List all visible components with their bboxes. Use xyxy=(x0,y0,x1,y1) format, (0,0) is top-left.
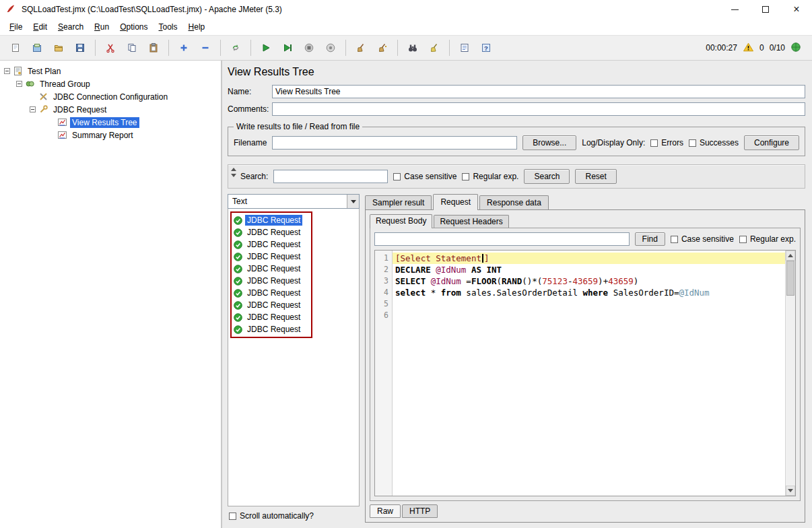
collapse-toggle-icon[interactable] xyxy=(30,106,36,112)
collapse-toggle-icon[interactable] xyxy=(16,81,22,87)
code-line[interactable] xyxy=(393,298,785,310)
tree-item-view-results-tree[interactable]: View Results Tree xyxy=(0,116,221,129)
tree-item-thread-group[interactable]: Thread Group xyxy=(0,77,221,90)
reset-button[interactable]: Reset xyxy=(575,169,616,184)
result-item[interactable]: JDBC Request xyxy=(234,238,309,251)
result-item[interactable]: JDBC Request xyxy=(234,299,309,311)
tab-response-data[interactable]: Response data xyxy=(479,195,549,209)
filename-input[interactable] xyxy=(272,136,517,150)
configure-button[interactable]: Configure xyxy=(744,135,799,150)
code-line[interactable]: DECLARE @IdNum AS INT xyxy=(393,264,785,275)
templates-button[interactable] xyxy=(27,38,47,58)
find-input[interactable] xyxy=(374,232,630,246)
toggle-button[interactable] xyxy=(226,38,246,58)
search-regular-exp-checkbox[interactable]: Regular exp. xyxy=(462,172,518,181)
tree-item-jdbc-connection-configuration[interactable]: JDBC Connection Configuration xyxy=(0,90,221,103)
tab-sampler-result[interactable]: Sampler result xyxy=(365,195,432,209)
open-button[interactable] xyxy=(48,38,69,58)
result-item[interactable]: JDBC Request xyxy=(234,226,309,238)
result-item[interactable]: JDBC Request xyxy=(234,251,309,263)
result-item[interactable]: JDBC Request xyxy=(234,311,309,323)
tab-raw[interactable]: Raw xyxy=(370,504,401,518)
line-number: 1 xyxy=(375,253,388,264)
find-button[interactable]: Find xyxy=(635,232,665,246)
result-item-label: JDBC Request xyxy=(245,227,302,238)
splitter-collapse-up-icon[interactable] xyxy=(231,168,236,171)
search-button[interactable]: Search xyxy=(524,169,570,184)
tab-http[interactable]: HTTP xyxy=(402,504,438,518)
scrollbar-thumb[interactable] xyxy=(786,261,794,296)
success-check-icon xyxy=(234,240,242,249)
errors-checkbox[interactable]: Errors xyxy=(650,138,683,147)
title-bar: SQLLoadTest.jmx (C:\LoadTest\SQLLoadTest… xyxy=(0,0,812,19)
menu-tools[interactable]: Tools xyxy=(154,20,183,34)
new-button[interactable] xyxy=(5,38,26,58)
browse-button[interactable]: Browse... xyxy=(522,135,576,150)
clear-button[interactable] xyxy=(351,38,371,58)
paste-button[interactable] xyxy=(143,38,164,58)
clear-all-button[interactable] xyxy=(372,38,393,58)
code-line-current[interactable]: [Select Statement] xyxy=(393,253,785,264)
result-item[interactable]: JDBC Request xyxy=(234,263,309,275)
code-line[interactable]: select * from sales.SalesOrderDetail whe… xyxy=(393,287,785,298)
collapse-toggle-icon[interactable] xyxy=(4,68,10,74)
name-input[interactable] xyxy=(272,85,805,98)
code-line[interactable]: SELECT @IdNum =FLOOR(RAND()*(75123-43659… xyxy=(393,275,785,287)
menu-run[interactable]: Run xyxy=(89,20,114,34)
minimize-button[interactable] xyxy=(719,0,750,19)
search-toolbar-button[interactable] xyxy=(403,38,423,58)
find-case-sensitive-checkbox[interactable]: Case sensitive xyxy=(671,234,734,244)
code-line[interactable] xyxy=(393,310,785,321)
tab-request-body[interactable]: Request Body xyxy=(370,214,432,228)
stop-button[interactable] xyxy=(299,38,319,58)
result-item[interactable]: JDBC Request xyxy=(234,287,309,299)
tree-item-jdbc-request[interactable]: JDBC Request xyxy=(0,103,221,116)
copy-button[interactable] xyxy=(122,38,142,58)
search-case-sensitive-checkbox[interactable]: Case sensitive xyxy=(393,172,456,181)
tab-request-headers[interactable]: Request Headers xyxy=(434,215,508,228)
menu-edit[interactable]: Edit xyxy=(28,20,53,34)
search-input[interactable] xyxy=(273,170,388,183)
find-regular-exp-checkbox[interactable]: Regular exp. xyxy=(739,234,796,244)
search-reset-button[interactable] xyxy=(424,38,444,58)
request-body-editor[interactable]: 1 2 3 4 5 6 [Select Statement] DECLARE @ xyxy=(374,250,796,496)
tree-item-test-plan[interactable]: Test Plan xyxy=(0,65,221,77)
result-item[interactable]: JDBC Request xyxy=(234,275,309,287)
split-divider[interactable] xyxy=(360,194,365,523)
menu-help[interactable]: Help xyxy=(183,20,211,34)
code-text: DECLARE xyxy=(395,265,436,275)
result-item[interactable]: JDBC Request xyxy=(234,323,309,335)
scrollbar-track[interactable] xyxy=(786,261,795,486)
add-button[interactable] xyxy=(174,38,194,58)
start-button[interactable] xyxy=(256,38,276,58)
tab-request[interactable]: Request xyxy=(433,194,478,210)
menu-file[interactable]: File xyxy=(4,20,28,34)
close-button[interactable]: × xyxy=(781,0,812,19)
shutdown-button[interactable] xyxy=(320,38,341,58)
save-button[interactable] xyxy=(70,38,90,58)
dropdown-button[interactable] xyxy=(347,195,359,208)
menu-options[interactable]: Options xyxy=(114,20,153,34)
scroll-automatically-label: Scroll automatically? xyxy=(240,511,314,521)
code-text: AS INT xyxy=(471,265,502,275)
cut-button[interactable] xyxy=(100,38,121,58)
log-warning-icon[interactable] xyxy=(743,42,754,55)
splitter-expand-down-icon[interactable] xyxy=(231,174,236,177)
scroll-down-icon[interactable] xyxy=(786,486,795,496)
code-text: from xyxy=(441,288,461,298)
scroll-up-icon[interactable] xyxy=(786,251,795,261)
editor-scrollbar[interactable] xyxy=(785,251,795,496)
remove-button[interactable] xyxy=(195,38,215,58)
function-helper-button[interactable] xyxy=(454,38,475,58)
code-area[interactable]: [Select Statement] DECLARE @IdNum AS INT… xyxy=(393,251,785,496)
comments-input[interactable] xyxy=(272,102,805,116)
scroll-automatically-checkbox[interactable]: Scroll automatically? xyxy=(229,511,314,521)
view-mode-select[interactable]: Text xyxy=(228,194,360,209)
tree-item-summary-report[interactable]: Summary Report xyxy=(0,129,221,141)
start-no-pauses-button[interactable] xyxy=(277,38,298,58)
help-button[interactable]: ? xyxy=(476,38,496,58)
result-item[interactable]: JDBC Request xyxy=(234,214,309,226)
successes-checkbox[interactable]: Successes xyxy=(689,138,739,147)
maximize-button[interactable] xyxy=(750,0,781,19)
menu-search[interactable]: Search xyxy=(53,20,89,34)
